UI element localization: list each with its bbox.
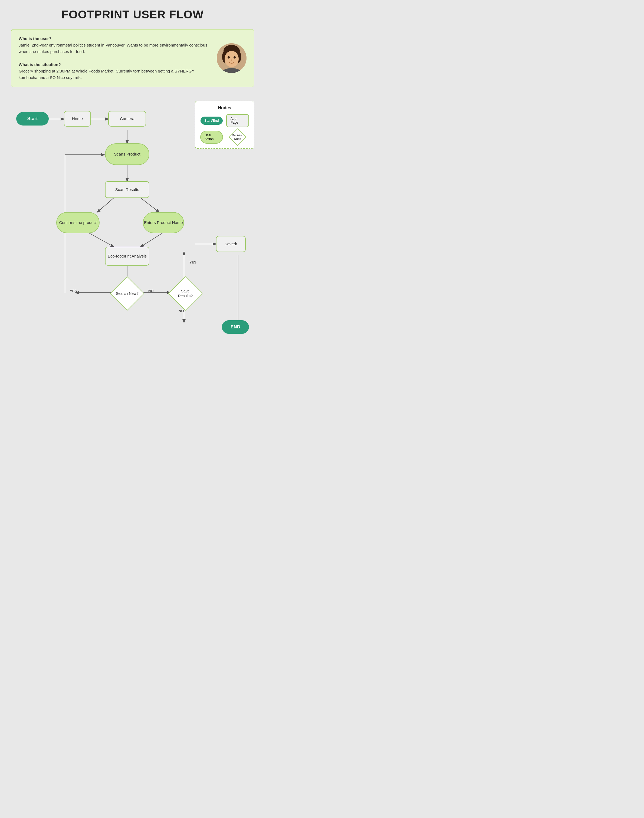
yes-label-1: YES [70, 289, 77, 293]
enters-product-name-node: Enters Product Name [143, 212, 184, 233]
svg-point-6 [233, 56, 236, 59]
saved-node: Saved! [216, 236, 246, 252]
legend-title: Nodes [200, 106, 249, 110]
end-node: END [222, 320, 249, 334]
svg-line-16 [89, 233, 113, 247]
info-box: Who is the user? Jamie. 2nd-year environ… [11, 29, 255, 87]
camera-node: Camera [108, 111, 146, 127]
info-text: Who is the user? Jamie. 2nd-year environ… [19, 35, 210, 81]
svg-line-14 [97, 198, 113, 212]
scan-results-node: Scan Results [105, 181, 149, 198]
who-label: Who is the user? [19, 36, 51, 41]
no-label-2: NO [179, 309, 184, 313]
flow-diagram: Start Home Camera Scans Product Scan Res… [11, 101, 255, 322]
avatar [217, 43, 247, 73]
svg-point-4 [225, 51, 239, 67]
page-title: FOOTPRINT USER FLOW [11, 8, 255, 21]
svg-point-7 [231, 60, 232, 61]
legend-start-end: Start/End [201, 116, 222, 125]
legend-user-action: User Action [200, 131, 223, 144]
no-label-1: NO [148, 289, 154, 293]
save-results-node: Save Results? [168, 276, 202, 311]
svg-point-5 [228, 56, 230, 59]
situation-label: What is the situation? [19, 62, 61, 67]
eco-footprint-node: Eco-footprint Analysis [105, 247, 149, 266]
situation-text: Grocery shopping at 2:30PM at Whole Food… [19, 68, 210, 81]
yes-label-2: YES [189, 260, 196, 264]
start-node: Start [16, 112, 49, 126]
scans-product-node: Scans Product [105, 143, 149, 165]
search-new-node: Search New? [110, 276, 144, 311]
svg-line-17 [141, 233, 163, 247]
legend-app-page: App Page [226, 114, 249, 127]
legend-box: Nodes Start/End App Page User Action Dec… [195, 101, 255, 149]
legend-decision-label: Decision Node [228, 133, 247, 141]
svg-line-15 [141, 198, 159, 212]
legend-decision-wrap: Decision Node [228, 130, 247, 144]
who-text: Jamie. 2nd-year environmetal politics st… [19, 42, 210, 55]
home-node: Home [64, 111, 91, 127]
confirms-product-node: Confirms the product [56, 212, 100, 233]
